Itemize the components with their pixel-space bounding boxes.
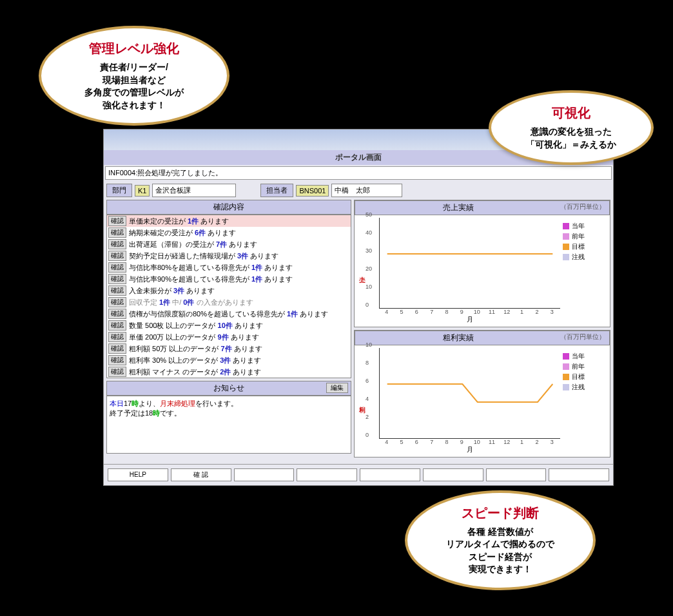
confirm-row-button[interactable]: 確認: [108, 239, 126, 249]
dept-name: 金沢合板課: [152, 184, 236, 197]
confirm-row-button[interactable]: 確認: [108, 355, 126, 365]
confirm-row-button[interactable]: 確認: [108, 332, 126, 342]
callout-title: 可視化: [507, 104, 636, 122]
callout-body: 各種 経営数値がリアルタイムで掴めるのでスピード経営が実現できます！: [423, 526, 578, 576]
confirm-button[interactable]: 確 認: [171, 468, 231, 481]
target-line: [380, 218, 560, 308]
legend-item: 注残: [563, 253, 585, 262]
confirm-row-button[interactable]: 確認: [108, 320, 126, 331]
dept-code[interactable]: K1: [135, 185, 150, 197]
confirm-row-button[interactable]: 確認: [108, 297, 126, 307]
confirm-row-button[interactable]: 確認: [108, 274, 126, 284]
chart-legend: 当年前年目標注残: [560, 348, 587, 454]
callout-speed: スピード判断 各種 経営数値がリアルタイムで掴めるのでスピード経営が実現できます…: [405, 490, 596, 590]
check-row: 確認出荷遅延（滞留）の受注が 7件 あります: [107, 238, 351, 250]
bottom-bar: HELP 確 認: [104, 464, 613, 485]
chart-title: 粗利実績（百万円単位）: [355, 331, 610, 345]
confirm-row-button[interactable]: 確認: [108, 251, 126, 261]
notice-title: お知らせ 編集: [106, 381, 351, 396]
info-message: INF0004:照会処理が完了しました。: [105, 166, 612, 180]
check-list: 確認単価未定の受注が 1件 あります確認納期未確定の受注が 6件 あります確認出…: [106, 215, 351, 378]
legend-item: 前年: [563, 362, 585, 371]
confirm-row-button[interactable]: 確認: [108, 367, 126, 377]
check-row: 確認与信比率90%を超過している得意先が 1件 あります: [107, 273, 351, 285]
chart-panel: 粗利実績（百万円単位）粗利0246810456789101112123月当年前年…: [354, 330, 610, 457]
callout-body: 意識の変化を狙った「可視化」＝みえるか: [507, 126, 636, 151]
app-window: ポータル画面 INF0004:照会処理が完了しました。 部門 K1 金沢合板課 …: [103, 129, 614, 486]
chart-plot: 0246810: [379, 348, 560, 439]
callout-management: 管理レベル強化 責任者/リーダー/現場担当者など多角度での管理レベルが強化されま…: [39, 26, 229, 126]
check-row: 確認契約予定日が経過した情報現場が 3件 あります: [107, 250, 351, 262]
confirm-row-button[interactable]: 確認: [108, 262, 126, 273]
legend-item: 注残: [563, 383, 585, 392]
dept-label: 部門: [106, 184, 132, 197]
check-panel-title: 確認内容: [106, 200, 351, 215]
confirm-row-button[interactable]: 確認: [108, 285, 126, 296]
filter-row: 部門 K1 金沢合板課 担当者 BNS001 中橋 太郎: [104, 181, 613, 200]
person-code[interactable]: BNS001: [296, 185, 329, 197]
check-row: 確認粗利額 マイナス のデータが 2件 あります: [107, 366, 351, 378]
legend-item: 目標: [563, 242, 585, 251]
confirm-row-button[interactable]: 確認: [108, 227, 126, 238]
person-label: 担当者: [260, 184, 293, 197]
check-row: 確認入金未振分が 3件 あります: [107, 285, 351, 296]
callout-title: スピード判断: [423, 505, 578, 522]
legend-item: 当年: [563, 352, 585, 361]
confirm-row-button[interactable]: 確認: [108, 343, 126, 354]
check-row: 確認与信比率80%を超過している得意先が 1件 あります: [107, 262, 351, 273]
chart-legend: 当年前年目標注残: [560, 218, 587, 324]
legend-item: 目標: [563, 372, 585, 381]
callout-title: 管理レベル強化: [57, 40, 211, 57]
chart-title: 売上実績（百万円単位）: [355, 200, 610, 215]
chart-plot: 01020304050: [379, 218, 560, 309]
check-row: 確認回収予定 1件 中/ 0件 の入金があります: [107, 296, 351, 308]
check-row: 確認粗利額 50万 以上のデータが 7件 あります: [107, 343, 351, 354]
chart-panel: 売上実績（百万円単位）売上01020304050456789101112123月…: [354, 200, 610, 327]
legend-item: 当年: [563, 222, 585, 231]
edit-button[interactable]: 編集: [326, 383, 348, 393]
check-row: 確認粗利率 30% 以上のデータが 3件 あります: [107, 354, 351, 366]
legend-item: 前年: [563, 232, 585, 241]
help-button[interactable]: HELP: [108, 468, 168, 481]
notice-body: 本日17時より、月末締処理を行います。 終了予定は18時です。: [106, 396, 351, 454]
callout-visualization: 可視化 意識の変化を狙った「可視化」＝みえるか: [489, 90, 654, 165]
check-row: 確認納期未確定の受注が 6件 あります: [107, 227, 351, 238]
confirm-row-button[interactable]: 確認: [108, 309, 126, 319]
check-row: 確認債権が与信限度額の80%を超過している得意先が 1件 あります: [107, 308, 351, 320]
person-name: 中橋 太郎: [331, 184, 402, 197]
x-axis-label: 月: [379, 445, 560, 454]
target-line: [380, 348, 560, 438]
check-row: 確認数量 500枚 以上のデータが 10件 あります: [107, 320, 351, 331]
check-row: 確認単価未定の受注が 1件 あります: [107, 215, 351, 227]
confirm-row-button[interactable]: 確認: [108, 216, 126, 226]
check-row: 確認単価 200万 以上のデータが 9件 あります: [107, 331, 351, 343]
x-axis-label: 月: [379, 315, 560, 324]
callout-body: 責任者/リーダー/現場担当者など多角度での管理レベルが強化されます！: [57, 61, 211, 111]
